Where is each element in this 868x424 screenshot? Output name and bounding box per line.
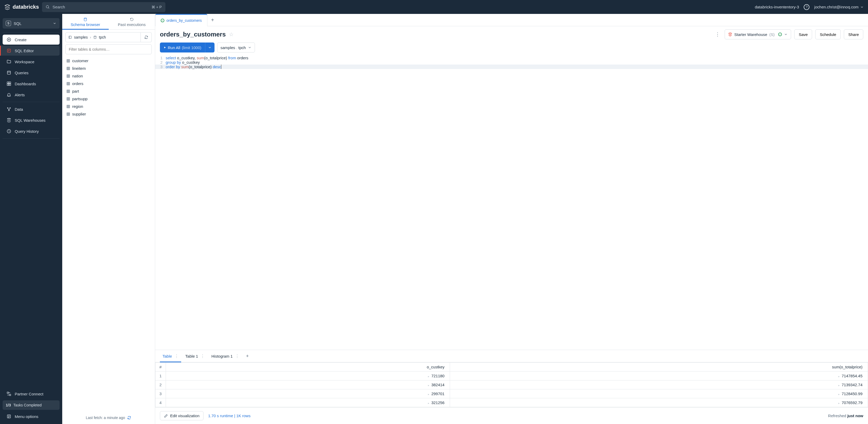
- svg-point-10: [9, 110, 9, 111]
- result-tab[interactable]: Histogram 1⋮: [209, 350, 242, 362]
- column-header[interactable]: #: [155, 363, 166, 371]
- sidebar-item-label: Workspace: [15, 60, 34, 64]
- sidebar-item-warehouses[interactable]: SQL Warehouses: [3, 115, 60, 125]
- svg-rect-24: [67, 105, 70, 108]
- menu-icon: [6, 414, 11, 419]
- column-header[interactable]: o_custkey: [166, 363, 450, 371]
- sidebar-item-label: SQL Warehouses: [15, 118, 45, 123]
- sidebar-item-dashboards[interactable]: Dashboards: [3, 79, 60, 89]
- tab-more-icon[interactable]: ⋮: [235, 354, 239, 358]
- table-item[interactable]: orders: [65, 80, 152, 87]
- favorite-star-icon[interactable]: ☆: [229, 31, 234, 37]
- refresh-icon[interactable]: [127, 416, 131, 420]
- result-tab-label: Table 1: [185, 354, 198, 358]
- expand-icon[interactable]: ▸: [428, 384, 429, 387]
- table-icon: [66, 105, 70, 108]
- query-more-menu[interactable]: ⋮: [714, 31, 721, 37]
- sidebar-item-partner-connect[interactable]: Partner Connect: [3, 389, 60, 399]
- ctx-sep: .: [236, 45, 237, 50]
- expand-icon[interactable]: ▸: [838, 375, 840, 378]
- user-menu[interactable]: jochen.christ@innoq.com: [814, 5, 864, 9]
- brand-logo[interactable]: databricks: [4, 4, 39, 10]
- share-button[interactable]: Share: [844, 29, 863, 39]
- schedule-button[interactable]: Schedule: [815, 29, 841, 39]
- table-icon: [66, 112, 70, 116]
- table-item[interactable]: lineitem: [65, 65, 152, 72]
- table-item[interactable]: region: [65, 103, 152, 110]
- svg-rect-12: [7, 392, 8, 393]
- tab-more-icon[interactable]: ⋮: [200, 354, 205, 358]
- warehouse-selector[interactable]: Starter Warehouse (S) ✓: [725, 29, 791, 39]
- table-row[interactable]: 1▸721180▸7147854.45: [155, 371, 868, 381]
- schema-refresh-button[interactable]: [141, 32, 152, 42]
- sql-editor-textarea[interactable]: 1select o_custkey, sum(o_totalprice) fro…: [155, 55, 868, 70]
- expand-icon[interactable]: ▸: [838, 402, 840, 404]
- create-button[interactable]: Create: [3, 35, 60, 44]
- add-result-tab[interactable]: +: [243, 353, 251, 359]
- success-icon: ✓: [161, 19, 164, 22]
- sidebar-item-label: SQL Editor: [15, 48, 34, 53]
- cell-custkey: ▸382414: [166, 381, 450, 389]
- catalog-icon: [68, 35, 72, 39]
- expand-icon[interactable]: ▸: [838, 384, 840, 387]
- svg-rect-21: [67, 82, 70, 85]
- tab-past-executions[interactable]: Past executions: [109, 14, 155, 29]
- table-item[interactable]: nation: [65, 72, 152, 80]
- result-tab[interactable]: Table⋮: [160, 350, 181, 362]
- editor-panel: ✓ orders_by_customers + orders_by_custom…: [155, 14, 868, 424]
- table-row[interactable]: 3▸299701▸7128450.99: [155, 389, 868, 398]
- run-dropdown-button[interactable]: [205, 42, 215, 53]
- search-placeholder: Search: [53, 5, 65, 9]
- row-number: 1: [155, 371, 166, 381]
- add-tab-button[interactable]: +: [208, 14, 218, 26]
- result-tab[interactable]: Table 1⋮: [183, 350, 207, 362]
- sidebar-item-history[interactable]: Query History: [3, 126, 60, 136]
- expand-icon[interactable]: ▸: [838, 393, 840, 396]
- persona-switcher[interactable]: S SQL: [3, 18, 60, 29]
- column-header[interactable]: sum(o_totalprice): [450, 363, 868, 371]
- last-fetch-status: Last fetch: a minute ago: [62, 412, 155, 424]
- table-row[interactable]: 2▸382414▸7139342.74: [155, 381, 868, 389]
- sidebar-item-sql-editor[interactable]: SQL Editor: [0, 46, 60, 56]
- svg-rect-22: [67, 90, 70, 93]
- tasks-progress[interactable]: 1/3 Tasks Completed: [3, 400, 60, 410]
- global-search[interactable]: Search ⌘ + P: [42, 2, 165, 12]
- table-item[interactable]: supplier: [65, 110, 152, 118]
- table-item[interactable]: customer: [65, 57, 152, 65]
- sidebar-item-menu-options[interactable]: Menu options: [3, 412, 60, 421]
- edit-visualization-button[interactable]: Edit visualization: [160, 411, 204, 420]
- save-button[interactable]: Save: [794, 29, 812, 39]
- refreshed-status: Refreshed just now: [828, 414, 863, 418]
- table-name: orders: [72, 81, 84, 86]
- expand-icon[interactable]: ▸: [428, 393, 429, 396]
- workspace-name[interactable]: databricks-invententory-3: [755, 5, 799, 9]
- cell-totalprice: ▸7076592.79: [450, 398, 868, 407]
- sidebar-item-data[interactable]: Data: [3, 104, 60, 114]
- expand-icon[interactable]: ▸: [428, 402, 429, 404]
- filter-tables-input[interactable]: [65, 44, 152, 54]
- tab-label: orders_by_customers: [166, 19, 202, 23]
- code-line: group by o_custkey: [166, 60, 868, 65]
- sidebar: S SQL Create SQL Editor Workspace Querie…: [0, 14, 62, 424]
- table-item[interactable]: part: [65, 87, 152, 95]
- svg-point-8: [7, 107, 8, 108]
- filter-input-field[interactable]: [69, 47, 148, 52]
- schema-breadcrumb[interactable]: samples › tpch: [65, 32, 141, 42]
- tab-more-icon[interactable]: ⋮: [175, 354, 179, 358]
- sidebar-item-queries[interactable]: Queries: [3, 68, 60, 78]
- expand-icon[interactable]: ▸: [428, 375, 429, 378]
- sidebar-item-workspace[interactable]: Workspace: [3, 57, 60, 67]
- tab-schema-browser[interactable]: Schema browser: [62, 14, 109, 29]
- sidebar-item-alerts[interactable]: Alerts: [3, 90, 60, 100]
- table-item[interactable]: partsupp: [65, 95, 152, 103]
- partner-icon: [6, 391, 11, 396]
- query-tab[interactable]: ✓ orders_by_customers: [155, 14, 208, 26]
- create-label: Create: [15, 37, 27, 42]
- query-title: orders_by_customers: [160, 31, 226, 38]
- run-all-button[interactable]: Run All (limit 1000): [160, 42, 205, 53]
- table-row[interactable]: 4▸321256▸7076592.79: [155, 398, 868, 407]
- help-icon[interactable]: ?: [804, 4, 809, 10]
- chevron-down-icon: [208, 46, 212, 49]
- schema-context-selector[interactable]: samples . tpch: [217, 42, 255, 53]
- tab-label: Past executions: [118, 22, 146, 27]
